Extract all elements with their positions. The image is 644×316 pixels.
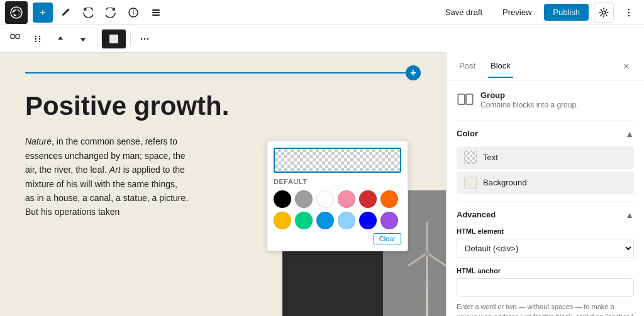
color-swatch-green[interactable] [295,212,313,229]
toolbar-left: + i [5,1,435,24]
body-block[interactable]: Nature, in the common sense, refers to e… [25,134,189,219]
block-select-button[interactable] [5,29,25,49]
svg-line-24 [427,253,446,266]
svg-rect-18 [109,35,118,43]
advanced-section: Advanced ▲ HTML element Default (<div>) … [457,202,634,316]
toolbar-divider2 [130,31,131,46]
tab-post[interactable]: Post [457,55,478,78]
save-draft-button[interactable]: Save draft [438,4,490,21]
svg-point-6 [602,11,606,14]
sidebar-content: Group Combine blocks into a group. Color… [447,80,644,316]
background-color-label: Background [483,178,526,187]
list-view-button[interactable] [146,3,166,23]
windmill-image [402,203,446,316]
svg-rect-28 [466,94,473,104]
color-swatch-red[interactable] [359,190,377,208]
svg-point-7 [628,8,630,9]
toolbar-right: Save draft Preview Publish [438,3,639,23]
block-more-button[interactable] [135,29,155,49]
pen-tool-button[interactable] [55,3,75,23]
color-swatch-gray[interactable] [295,190,313,208]
color-swatch-pink[interactable] [338,190,355,208]
html-anchor-hint: Enter a word or two — without spaces — t… [457,302,634,316]
wp-logo[interactable] [5,1,28,24]
svg-rect-11 [16,35,19,38]
svg-point-14 [35,38,36,39]
drag-handle-button[interactable] [28,29,48,49]
settings-button[interactable] [594,3,614,23]
editor-area: + Positive growth. Nature, in the common… [0,53,446,316]
svg-point-26 [425,251,430,256]
color-default-label: DEFAULT [274,178,401,185]
text-color-option[interactable]: Text [457,146,634,169]
svg-point-19 [141,38,143,40]
sidebar-tabs: Post Block × [447,53,644,80]
add-block-inserter[interactable]: + [406,65,421,80]
toolbar-divider [97,31,97,46]
svg-line-25 [408,253,427,266]
main-toolbar: + i Save draft Preview Publish [0,0,644,25]
preview-button[interactable]: Preview [495,4,539,21]
svg-point-12 [35,35,36,36]
block-toolbar [0,25,446,53]
color-picker-popup: DEFAULT Clear [267,141,408,251]
background-color-option[interactable]: Background [457,172,634,194]
svg-rect-3 [152,9,160,11]
color-clear-row: Clear [274,233,401,244]
move-up-button[interactable] [50,29,70,49]
color-section: Color ▲ Text Background [457,121,634,202]
redo-button[interactable] [101,3,121,23]
color-swatch-white[interactable] [316,190,334,208]
color-swatch-orange[interactable] [380,190,398,208]
add-block-line: + [25,65,421,80]
main-layout: + Positive growth. Nature, in the common… [0,53,644,316]
add-line-left [25,72,406,74]
color-swatch-yellow[interactable] [274,212,291,229]
move-down-button[interactable] [73,29,93,49]
color-swatch-lightblue[interactable] [338,212,355,229]
color-chevron-icon: ▲ [625,129,634,139]
sidebar: Post Block × Group Combine blocks into a… [446,53,644,316]
heading-block[interactable]: Positive growth. [25,90,421,122]
color-swatch-black[interactable] [274,190,291,208]
info-button[interactable]: i [123,3,143,23]
text-color-swatch [464,151,477,164]
svg-point-16 [35,40,36,41]
color-swatch-blue[interactable] [359,212,377,229]
svg-rect-10 [11,35,14,38]
advanced-chevron-icon: ▲ [625,210,634,220]
sidebar-close-button[interactable]: × [619,59,634,74]
add-block-button[interactable]: + [33,3,53,23]
color-swatch-purple[interactable] [380,212,398,229]
svg-point-0 [11,7,22,18]
svg-rect-4 [152,12,160,13]
background-color-swatch [464,177,477,189]
svg-rect-5 [152,14,160,16]
group-title: Group [480,90,578,100]
color-section-header[interactable]: Color ▲ [457,129,634,139]
color-swatches [274,190,401,208]
group-text: Group Combine blocks into a group. [480,90,578,111]
svg-point-15 [39,38,40,39]
html-element-label: HTML element [457,227,634,235]
html-anchor-input[interactable] [457,278,634,297]
advanced-section-header[interactable]: Advanced ▲ [457,210,634,220]
publish-button[interactable]: Publish [544,4,589,21]
group-description: Combine blocks into a group. [480,100,578,111]
color-options: Text Background [457,146,634,194]
color-swatch-teal[interactable] [316,212,334,229]
block-type-button[interactable] [101,29,126,49]
svg-point-20 [144,38,146,40]
clear-color-button[interactable]: Clear [374,233,401,244]
html-element-select[interactable]: Default (<div>) [457,239,634,258]
color-swatches-row2 [274,212,401,229]
svg-point-9 [628,14,630,16]
tab-block[interactable]: Block [488,55,513,78]
text-color-label: Text [483,153,498,162]
undo-button[interactable] [78,3,98,23]
color-preview[interactable] [274,148,401,173]
more-options-button[interactable] [619,3,639,23]
group-info: Group Combine blocks into a group. [457,90,634,111]
svg-point-13 [39,35,40,36]
svg-text:i: i [133,9,134,16]
